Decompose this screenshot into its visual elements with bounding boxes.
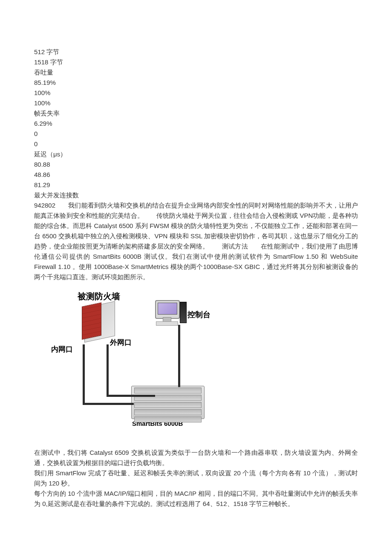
label-inport: 内网口 bbox=[51, 344, 73, 354]
cable-icon bbox=[178, 325, 180, 387]
body-paragraph-1: 942802 我们能看到防火墙和交换机的结合在提升企业网络内部安全性的同时对网络… bbox=[34, 200, 358, 282]
data-line: 吞吐量 bbox=[34, 67, 358, 78]
cable-icon bbox=[83, 344, 85, 405]
data-line: 0 bbox=[34, 129, 358, 139]
data-line: 最大并发连接数 bbox=[34, 190, 358, 200]
data-line: 1518 字节 bbox=[34, 57, 358, 67]
body-paragraph-4: 每个方向的 10 个流中源 MAC/IP/端口相同，目的 MAC/IP 相同，目… bbox=[34, 489, 358, 509]
data-line: 6.29% bbox=[34, 119, 358, 129]
data-line: 100% bbox=[34, 88, 358, 98]
page: 512 字节 1518 字节 吞吐量 85.19% 100% 100% 帧丢失率… bbox=[0, 0, 392, 535]
body-paragraph-2: 在测试中，我们将 Catalyst 6509 交换机设置为类似于一台防火墙和一个… bbox=[34, 448, 358, 468]
firewall-icon bbox=[80, 297, 119, 349]
data-line: 48.86 bbox=[34, 170, 358, 180]
monitor-icon bbox=[155, 300, 180, 319]
data-line: 85.19% bbox=[34, 78, 358, 88]
label-console: 控制台 bbox=[187, 309, 210, 320]
body-paragraph-3: 我们用 SmartFlow 完成了吞吐量、延迟和帧丢失率的测试，双向设置 20 … bbox=[34, 468, 358, 489]
data-line: 80.88 bbox=[34, 159, 358, 170]
data-line: 0 bbox=[34, 139, 358, 149]
data-line: 帧丢失率 bbox=[34, 108, 358, 119]
data-line: 512 字节 bbox=[34, 47, 358, 57]
cable-icon bbox=[107, 344, 109, 396]
data-line: 100% bbox=[34, 98, 358, 108]
data-line: 延迟（μs） bbox=[34, 149, 358, 159]
data-line: 81.29 bbox=[34, 180, 358, 190]
network-diagram: 被测防火墙 控制台 内网口 外网口 SmartBits 6000B bbox=[51, 290, 234, 435]
cable-icon bbox=[83, 403, 134, 405]
pc-tower-icon bbox=[180, 302, 187, 323]
cable-icon bbox=[107, 395, 155, 397]
keyboard-icon bbox=[156, 321, 178, 326]
smartbits-rack-icon bbox=[131, 386, 205, 419]
